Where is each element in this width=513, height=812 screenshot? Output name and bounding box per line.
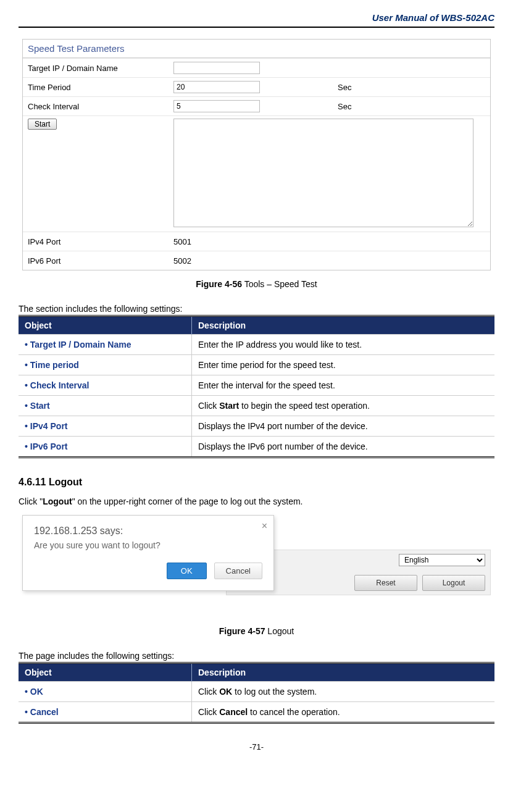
confirm-dialog: × 192.168.1.253 says: Are you sure you w… bbox=[22, 515, 274, 591]
section-intro-2: The page includes the following settings… bbox=[19, 651, 494, 661]
reset-button[interactable]: Reset bbox=[354, 575, 417, 591]
check-interval-label: Check Interval bbox=[23, 97, 169, 116]
cancel-button[interactable]: Cancel bbox=[214, 563, 262, 579]
th-object: Object bbox=[19, 316, 192, 335]
table-row: Cancel Click Cancel to cancel the operat… bbox=[19, 702, 494, 723]
language-select[interactable]: English bbox=[399, 554, 485, 566]
target-ip-label: Target IP / Domain Name bbox=[23, 59, 169, 78]
section-4-6-11-heading: 4.6.11 Logout bbox=[19, 477, 494, 488]
start-button[interactable]: Start bbox=[28, 119, 57, 130]
th-description: Description bbox=[192, 316, 495, 335]
th-description: Description bbox=[192, 663, 495, 682]
close-icon[interactable]: × bbox=[262, 521, 267, 532]
dialog-title: 192.168.1.253 says: bbox=[34, 525, 262, 537]
table-row: Time period Enter time period for the sp… bbox=[19, 355, 494, 375]
time-period-input[interactable] bbox=[173, 81, 260, 93]
figure-4-56-caption: Figure 4-56 Tools – Speed Test bbox=[19, 279, 494, 289]
speed-test-screenshot: Speed Test Parameters Target IP / Domain… bbox=[22, 39, 491, 270]
settings-table-1: Object Description Target IP / Domain Na… bbox=[19, 315, 494, 458]
ipv6-port-label: IPv6 Port bbox=[23, 251, 169, 270]
th-object: Object bbox=[19, 663, 192, 682]
table-row: Start Click Start to begin the speed tes… bbox=[19, 396, 494, 416]
table-row: IPv4 Port Displays the IPv4 port number … bbox=[19, 416, 494, 437]
section-intro-1: The section includes the following setti… bbox=[19, 304, 494, 314]
table-row: Check Interval Enter the interval for th… bbox=[19, 375, 494, 396]
time-period-unit: Sec bbox=[333, 78, 490, 97]
check-interval-input[interactable] bbox=[173, 100, 260, 112]
figure-4-57-caption: Figure 4-57 Logout bbox=[19, 626, 494, 636]
table-row: OK Click OK to log out the system. bbox=[19, 682, 494, 702]
time-period-label: Time Period bbox=[23, 78, 169, 97]
doc-title: User Manual of WBS-502AC bbox=[19, 12, 494, 28]
settings-table-2: Object Description OK Click OK to log ou… bbox=[19, 662, 494, 724]
ipv4-port-label: IPv4 Port bbox=[23, 232, 169, 251]
logout-instruction: Click "Logout" on the upper-right corner… bbox=[19, 496, 494, 506]
dialog-message: Are you sure you want to logout? bbox=[34, 540, 262, 550]
table-row: IPv6 Port Displays the IPv6 port number … bbox=[19, 437, 494, 458]
target-ip-input[interactable] bbox=[173, 62, 260, 74]
ipv6-port-value: 5002 bbox=[169, 251, 490, 270]
logout-screenshot: English Reset Logout × 192.168.1.253 say… bbox=[22, 515, 491, 620]
ipv4-port-value: 5001 bbox=[169, 232, 490, 251]
logout-button[interactable]: Logout bbox=[422, 575, 485, 591]
table-row: Target IP / Domain Name Enter the IP add… bbox=[19, 335, 494, 355]
page-number: -71- bbox=[19, 742, 494, 751]
ok-button[interactable]: OK bbox=[167, 563, 207, 579]
speed-test-panel-title: Speed Test Parameters bbox=[23, 40, 490, 58]
check-interval-unit: Sec bbox=[333, 97, 490, 116]
output-textarea[interactable] bbox=[173, 119, 473, 227]
